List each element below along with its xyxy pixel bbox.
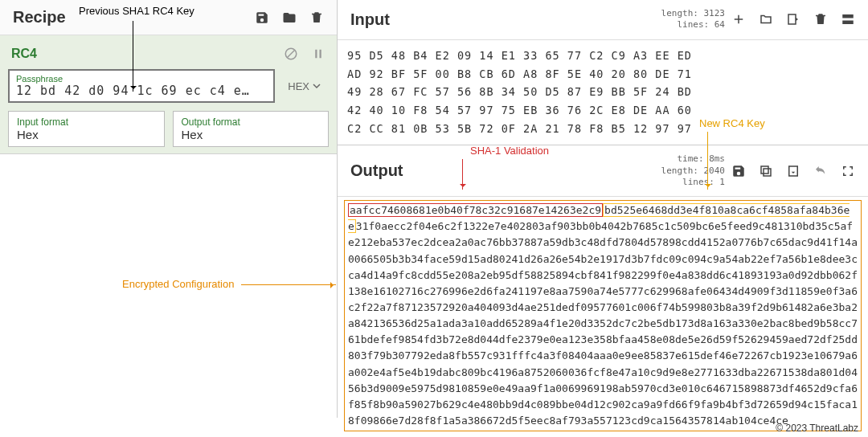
hex-dropdown[interactable]: HEX xyxy=(280,69,329,103)
output-meta: time: 8mslength: 2040lines: 1 xyxy=(661,153,725,188)
passphrase-value: 12 bd 42 d0 94 1c 69 ec c4 e… xyxy=(16,84,267,98)
passphrase-field[interactable]: Passphrase 12 bd 42 d0 94 1c 69 ec c4 e… xyxy=(8,69,275,103)
chevron-down-icon xyxy=(313,82,321,90)
svg-rect-2 xyxy=(315,50,317,59)
copy-icon[interactable] xyxy=(759,164,773,178)
disable-icon[interactable] xyxy=(284,47,298,61)
svg-rect-5 xyxy=(842,21,854,25)
output-title: Output xyxy=(350,161,403,180)
move-to-input-icon[interactable] xyxy=(786,164,800,178)
operation-name: RC4 xyxy=(11,47,37,61)
svg-rect-3 xyxy=(320,50,321,59)
clear-input-icon[interactable] xyxy=(813,12,828,27)
input-title: Input xyxy=(350,10,390,29)
delete-icon[interactable] xyxy=(309,10,324,25)
footer-copyright: © 2023 ThreatLabz xyxy=(776,423,858,434)
arrow-sha xyxy=(462,159,463,190)
input-hex[interactable]: 95 D5 48 B4 E2 09 14 E1 33 65 77 C2 C9 A… xyxy=(338,40,868,145)
recipe-panel: Recipe RC4 Passphrase 12 bd 42 d0 94 1c … xyxy=(0,0,338,418)
pause-icon[interactable] xyxy=(311,47,326,61)
svg-rect-7 xyxy=(761,166,768,174)
input-meta: length: 3123lines: 64 xyxy=(661,8,725,31)
arrow-cfg xyxy=(241,284,336,285)
open-folder-icon[interactable] xyxy=(759,12,773,27)
passphrase-label: Passphrase xyxy=(16,74,267,84)
add-input-icon[interactable] xyxy=(731,12,746,27)
save-output-icon[interactable] xyxy=(731,164,746,178)
svg-line-1 xyxy=(288,51,295,58)
open-file-icon[interactable] xyxy=(786,12,800,27)
input-panel: Input length: 3123lines: 64 95 D5 48 B4 … xyxy=(338,0,868,145)
fullscreen-icon[interactable] xyxy=(841,164,855,178)
recipe-title: Recipe xyxy=(13,8,66,27)
config-segment: 31f0aecc2f04e6c2f1322e7e402803af903bb0b4… xyxy=(348,220,858,427)
svg-rect-4 xyxy=(842,14,854,18)
output-text[interactable]: aafcc74608681e0b40f78c32c91687e14263e2c9… xyxy=(338,197,868,435)
arrow-prev-key xyxy=(133,21,133,92)
output-panel: Output time: 8mslength: 2040lines: 1 aaf… xyxy=(338,145,868,435)
undo-icon[interactable] xyxy=(813,164,828,178)
svg-rect-6 xyxy=(764,169,771,176)
arrow-new-key xyxy=(707,132,708,190)
input-format-select[interactable]: Input format Hex xyxy=(8,111,165,147)
sha1-segment: aafcc74608681e0b40f78c32c91687e14263e2c9 xyxy=(348,203,603,217)
view-icon[interactable] xyxy=(841,12,855,27)
output-format-select[interactable]: Output format Hex xyxy=(173,111,330,147)
save-icon[interactable] xyxy=(255,10,269,25)
folder-icon[interactable] xyxy=(282,10,297,25)
